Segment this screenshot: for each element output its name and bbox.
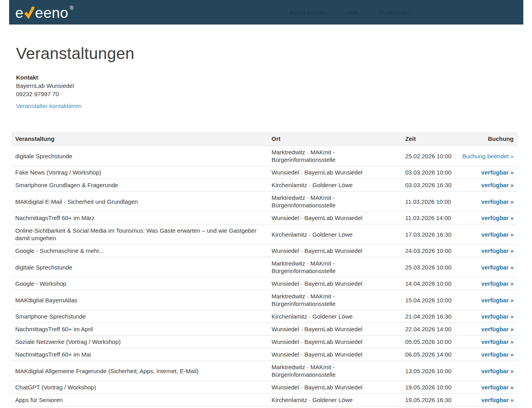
booking-link[interactable]: verfügbar » bbox=[481, 198, 514, 205]
event-booking-cell: verfügbar » bbox=[457, 192, 518, 212]
event-title-cell: Google - Workshop bbox=[11, 277, 268, 290]
event-title-cell: digitale Sprechstunde bbox=[11, 257, 268, 277]
event-booking-cell: verfügbar » bbox=[457, 323, 518, 336]
event-booking-cell: verfügbar » bbox=[457, 348, 518, 361]
event-title-cell: MAKdigital Allgemeine Fragerunde (Sicher… bbox=[11, 361, 268, 381]
contact-organizer-link[interactable]: Veranstalter kontaktieren bbox=[16, 102, 82, 109]
event-booking-cell: verfügbar » bbox=[457, 381, 518, 394]
booking-link[interactable]: verfügbar » bbox=[481, 397, 514, 403]
event-booking-cell: verfügbar » bbox=[457, 277, 518, 290]
booking-link[interactable]: verfügbar » bbox=[481, 231, 514, 238]
event-title-cell: Smartphone Grundlagen & Fragerunde bbox=[11, 179, 268, 192]
event-location-cell: Wunsiedel · BayernLab Wunsiedel bbox=[268, 166, 401, 179]
event-location-cell: Marktredwitz · MAKmit - Bürgerinformatio… bbox=[268, 361, 401, 381]
event-title-cell: BayernAtlas (Vortrag / Workshop) bbox=[11, 406, 268, 408]
event-row[interactable]: BayernAtlas (Vortrag / Workshop) Wunsied… bbox=[11, 406, 518, 408]
event-booking-cell: verfügbar » bbox=[457, 212, 518, 224]
booking-link[interactable]: verfügbar » bbox=[481, 368, 514, 374]
event-title-cell: MAKdigital BayernAtlas bbox=[11, 290, 268, 310]
event-row[interactable]: Smartphone Sprechstunde Kirchenlamitz · … bbox=[11, 310, 518, 323]
event-row[interactable]: Smartphone Grundlagen & Fragerunde Kirch… bbox=[11, 179, 518, 192]
events-table-body: digitale Sprechstunde Marktredwitz · MAK… bbox=[11, 146, 518, 408]
nav-link-funktionen[interactable]: Funktionen bbox=[379, 9, 409, 16]
event-datetime-cell: 11.03.2026 14:00 bbox=[401, 212, 457, 224]
event-datetime-cell: 05.05.2026 10:00 bbox=[401, 336, 457, 348]
logo-text-start: e bbox=[15, 6, 24, 20]
booking-link[interactable]: verfügbar » bbox=[481, 264, 514, 271]
event-row[interactable]: Fake News (Vortrag / Workshop) Wunsiedel… bbox=[11, 166, 518, 179]
event-title-cell: Online-Sichtbarkeit & Social Media im To… bbox=[11, 224, 268, 245]
booking-link[interactable]: verfügbar » bbox=[481, 280, 514, 287]
event-row[interactable]: MAKdigital E-Mail - Sicherheit und Grund… bbox=[11, 192, 518, 212]
event-datetime-cell: 09.06.2026 10:00 bbox=[401, 406, 457, 408]
event-row[interactable]: Google - Suchmaschine & mehr... Wunsiede… bbox=[11, 245, 518, 257]
nav-link-hilfe[interactable]: Hilfe bbox=[347, 9, 359, 16]
booking-link[interactable]: verfügbar » bbox=[481, 384, 514, 391]
event-location-cell: Wunsiedel · BayernLab Wunsiedel bbox=[268, 381, 401, 394]
event-booking-cell: verfügbar » bbox=[457, 406, 518, 408]
event-booking-cell: Buchung beendet » bbox=[457, 146, 518, 166]
event-location-cell: Marktredwitz · MAKmit - Bürgerinformatio… bbox=[268, 192, 401, 212]
booking-link[interactable]: Buchung beendet » bbox=[462, 153, 513, 159]
event-location-cell: Marktredwitz · MAKmit - Bürgerinformatio… bbox=[268, 257, 401, 277]
contact-block: Kontakt BayernLab Wunsiedel 09232 97997 … bbox=[16, 73, 521, 98]
contact-heading: Kontakt bbox=[16, 73, 521, 82]
event-booking-cell: verfügbar » bbox=[457, 290, 518, 310]
column-header-veranstaltung: Veranstaltung bbox=[11, 132, 268, 146]
event-datetime-cell: 03.03.2026 10:00 bbox=[401, 166, 457, 179]
column-header-buchung: Buchung bbox=[457, 132, 518, 146]
booking-link[interactable]: verfügbar » bbox=[481, 247, 514, 254]
event-row[interactable]: Google - Workshop Wunsiedel · BayernLab … bbox=[11, 277, 518, 290]
event-title-cell: MAKdigital E-Mail - Sicherheit und Grund… bbox=[11, 192, 268, 212]
column-header-zeit: Zeit bbox=[401, 132, 457, 146]
eveeno-logo[interactable]: e eeno ® bbox=[15, 4, 73, 20]
event-location-cell: Marktredwitz · MAKmit - Bürgerinformatio… bbox=[268, 146, 401, 166]
event-location-cell: Wunsiedel · BayernLab Wunsiedel bbox=[268, 336, 401, 348]
booking-link[interactable]: verfügbar » bbox=[481, 297, 514, 304]
event-datetime-cell: 25.03.2026 10:00 bbox=[401, 257, 457, 277]
column-header-ort: Ort bbox=[268, 132, 401, 146]
event-row[interactable]: NachmittagsTreff 60+ im Mai Wunsiedel · … bbox=[11, 348, 518, 361]
event-location-cell: Wunsiedel · BayernLab Wunsiedel bbox=[268, 277, 401, 290]
booking-link[interactable]: verfügbar » bbox=[481, 338, 514, 345]
event-datetime-cell: 15.04.2026 10:00 bbox=[401, 290, 457, 310]
event-row[interactable]: digitale Sprechstunde Marktredwitz · MAK… bbox=[11, 146, 518, 166]
event-datetime-cell: 21.04.2026 16:30 bbox=[401, 310, 457, 323]
event-title-cell: digitale Sprechstunde bbox=[11, 146, 268, 166]
event-row[interactable]: MAKdigital BayernAtlas Marktredwitz · MA… bbox=[11, 290, 518, 310]
booking-link[interactable]: verfügbar » bbox=[481, 313, 514, 320]
nav-link-event-buchen[interactable]: Event buchen bbox=[290, 9, 327, 16]
event-datetime-cell: 17.03.2026 16:30 bbox=[401, 224, 457, 245]
event-row[interactable]: Online-Sichtbarkeit & Social Media im To… bbox=[11, 224, 518, 245]
event-row[interactable]: Soziale Netzwerke (Vortrag / Workshop) W… bbox=[11, 336, 518, 348]
booking-link[interactable]: verfügbar » bbox=[481, 326, 514, 332]
event-location-cell: Wunsiedel · BayernLab Wunsiedel bbox=[268, 323, 401, 336]
event-row[interactable]: ChatGPT (Vortrag / Workshop) Wunsiedel ·… bbox=[11, 381, 518, 394]
event-title-cell: NachmittagsTreff 60+ im Mai bbox=[11, 348, 268, 361]
event-location-cell: Marktredwitz · MAKmit - Bürgerinformatio… bbox=[268, 290, 401, 310]
event-title-cell: Apps für Senioren bbox=[11, 394, 268, 406]
booking-link[interactable]: verfügbar » bbox=[481, 182, 514, 188]
event-booking-cell: verfügbar » bbox=[457, 310, 518, 323]
event-title-cell: Smartphone Sprechstunde bbox=[11, 310, 268, 323]
event-location-cell: Kirchenlamitz · Goldener Löwe bbox=[268, 310, 401, 323]
event-row[interactable]: Apps für Senioren Kirchenlamitz · Golden… bbox=[11, 394, 518, 406]
event-row[interactable]: NachmittagsTreff 60+ im April Wunsiedel … bbox=[11, 323, 518, 336]
booking-link[interactable]: verfügbar » bbox=[481, 351, 514, 358]
booking-link[interactable]: verfügbar » bbox=[481, 169, 514, 176]
event-datetime-cell: 19.05.2026 16:30 bbox=[401, 394, 457, 406]
event-datetime-cell: 22.04.2026 14:00 bbox=[401, 323, 457, 336]
event-booking-cell: verfügbar » bbox=[457, 179, 518, 192]
event-row[interactable]: NachmittagsTreff 60+ im März Wunsiedel ·… bbox=[11, 212, 518, 224]
logo-text-end: eeno bbox=[35, 6, 68, 20]
event-row[interactable]: digitale Sprechstunde Marktredwitz · MAK… bbox=[11, 257, 518, 277]
event-booking-cell: verfügbar » bbox=[457, 166, 518, 179]
event-row[interactable]: MAKdigital Allgemeine Fragerunde (Sicher… bbox=[11, 361, 518, 381]
event-location-cell: Wunsiedel · BayernLab Wunsiedel bbox=[268, 245, 401, 257]
event-title-cell: Soziale Netzwerke (Vortrag / Workshop) bbox=[11, 336, 268, 348]
event-location-cell: Kirchenlamitz · Goldener Löwe bbox=[268, 394, 401, 406]
event-booking-cell: verfügbar » bbox=[457, 336, 518, 348]
booking-link[interactable]: verfügbar » bbox=[481, 214, 514, 221]
header-nav: Event buchenHilfeFunktionen bbox=[290, 0, 409, 25]
event-title-cell: NachmittagsTreff 60+ im April bbox=[11, 323, 268, 336]
